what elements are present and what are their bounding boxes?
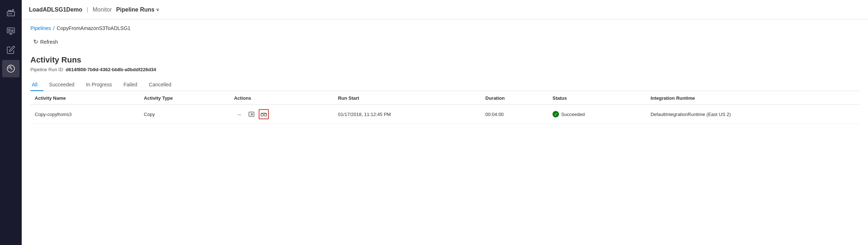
breadcrumb-separator: / bbox=[53, 25, 55, 31]
tab-cancelled[interactable]: Cancelled bbox=[143, 79, 177, 91]
sidebar-icon-gauge[interactable] bbox=[2, 60, 20, 77]
sidebar-icon-monitor[interactable] bbox=[2, 22, 20, 40]
svg-rect-7 bbox=[9, 29, 10, 31]
tab-in-progress[interactable]: In Progress bbox=[80, 79, 118, 91]
col-actions: Actions bbox=[230, 91, 334, 105]
workspace-title: LoadADLSG1Demo bbox=[29, 7, 82, 13]
col-activity-name: Activity Name bbox=[30, 91, 140, 105]
cell-run-start: 01/17/2018, 11:12:45 PM bbox=[334, 105, 481, 124]
sidebar-icon-edit[interactable] bbox=[2, 41, 20, 59]
cell-duration: 00:04:00 bbox=[481, 105, 549, 124]
cell-status: ✓ Succeeded bbox=[548, 105, 646, 124]
tab-failed[interactable]: Failed bbox=[118, 79, 143, 91]
col-activity-type: Activity Type bbox=[140, 91, 230, 105]
col-integration-runtime: Integration Runtime bbox=[646, 91, 859, 105]
header-separator: | bbox=[87, 7, 88, 13]
cell-activity-type: Copy bbox=[140, 105, 230, 124]
activity-runs-table: Activity Name Activity Type Actions Run … bbox=[30, 91, 859, 124]
pipeline-run-id-value: d614f808-7b9d-4362-bb8b-a0bddf226d34 bbox=[66, 67, 156, 72]
svg-rect-4 bbox=[7, 28, 14, 33]
section-title: Activity Runs bbox=[30, 55, 859, 65]
breadcrumb-pipelines-link[interactable]: Pipelines bbox=[30, 25, 51, 31]
action-icons-group: → bbox=[234, 109, 330, 119]
breadcrumb: Pipelines / CopyFromAmazonS3ToADLSG1 bbox=[30, 25, 859, 31]
main-content: LoadADLSG1Demo | Monitor Pipeline Runs ∨… bbox=[22, 0, 868, 245]
sidebar bbox=[0, 0, 22, 245]
header-pipeline-runs: Pipeline Runs ∨ bbox=[116, 7, 159, 13]
chevron-down-icon[interactable]: ∨ bbox=[156, 7, 159, 12]
cell-activity-name: Copy-copyfroms3 bbox=[30, 105, 140, 124]
svg-rect-8 bbox=[12, 30, 13, 31]
refresh-button[interactable]: ↻ Refresh bbox=[30, 37, 61, 47]
pipeline-run-id-label: Pipeline Run ID bbox=[30, 67, 63, 72]
status-label: Succeeded bbox=[561, 112, 585, 117]
breadcrumb-current: CopyFromAmazonS3ToADLSG1 bbox=[57, 25, 131, 31]
pipeline-run-id: Pipeline Run ID d614f808-7b9d-4362-bb8b-… bbox=[30, 67, 859, 72]
status-cell: ✓ Succeeded bbox=[552, 111, 642, 117]
action-output-button[interactable] bbox=[246, 109, 257, 119]
refresh-label: Refresh bbox=[40, 39, 58, 45]
refresh-icon: ↻ bbox=[33, 38, 38, 45]
col-status: Status bbox=[548, 91, 646, 105]
col-duration: Duration bbox=[481, 91, 549, 105]
cell-integration-runtime: DefaultIntegrationRuntime (East US 2) bbox=[646, 105, 859, 124]
tab-all[interactable]: All bbox=[30, 79, 43, 91]
content-area: Pipelines / CopyFromAmazonS3ToADLSG1 ↻ R… bbox=[22, 20, 868, 245]
col-run-start: Run Start bbox=[334, 91, 481, 105]
header-monitor: Monitor bbox=[93, 7, 112, 13]
status-success-icon: ✓ bbox=[552, 111, 559, 117]
table-row: Copy-copyfroms3 Copy → bbox=[30, 105, 859, 124]
cell-actions: → bbox=[230, 105, 334, 124]
header: LoadADLSG1Demo | Monitor Pipeline Runs ∨ bbox=[22, 0, 868, 20]
tabs-container: All Succeeded In Progress Failed Cancell… bbox=[30, 79, 859, 91]
svg-rect-0 bbox=[7, 12, 14, 16]
action-arrow-button[interactable]: → bbox=[234, 109, 244, 119]
tab-succeeded[interactable]: Succeeded bbox=[43, 79, 80, 91]
action-glasses-button[interactable] bbox=[259, 109, 269, 119]
sidebar-icon-factory[interactable] bbox=[2, 4, 20, 21]
